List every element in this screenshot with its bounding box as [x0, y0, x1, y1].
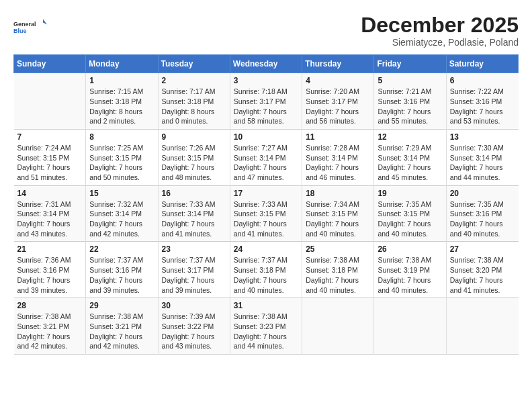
calendar-cell — [302, 298, 374, 355]
week-row-1: 1Sunrise: 7:15 AMSunset: 3:18 PMDaylight… — [14, 73, 519, 130]
column-header-thursday: Thursday — [302, 55, 374, 73]
day-info: Sunrise: 7:33 AMSunset: 3:15 PMDaylight:… — [234, 199, 298, 239]
calendar-cell: 13Sunrise: 7:30 AMSunset: 3:14 PMDayligh… — [446, 129, 518, 185]
day-number: 10 — [234, 132, 298, 142]
calendar-cell — [374, 298, 446, 355]
calendar-cell: 19Sunrise: 7:35 AMSunset: 3:15 PMDayligh… — [374, 185, 446, 242]
day-number: 15 — [89, 189, 154, 198]
calendar-cell: 15Sunrise: 7:32 AMSunset: 3:14 PMDayligh… — [86, 185, 158, 242]
day-info: Sunrise: 7:32 AMSunset: 3:14 PMDaylight:… — [89, 199, 154, 239]
day-number: 17 — [234, 189, 298, 198]
calendar-cell: 21Sunrise: 7:36 AMSunset: 3:16 PMDayligh… — [14, 242, 86, 298]
calendar-cell: 30Sunrise: 7:39 AMSunset: 3:22 PMDayligh… — [158, 298, 230, 355]
day-number: 9 — [162, 132, 226, 142]
day-info: Sunrise: 7:18 AMSunset: 3:17 PMDaylight:… — [234, 87, 298, 126]
column-header-tuesday: Tuesday — [158, 55, 230, 73]
calendar-cell: 29Sunrise: 7:38 AMSunset: 3:21 PMDayligh… — [86, 298, 158, 355]
column-header-sunday: Sunday — [14, 55, 86, 73]
calendar-cell: 25Sunrise: 7:38 AMSunset: 3:18 PMDayligh… — [302, 242, 374, 298]
day-info: Sunrise: 7:27 AMSunset: 3:14 PMDaylight:… — [234, 143, 298, 183]
day-info: Sunrise: 7:38 AMSunset: 3:21 PMDaylight:… — [17, 312, 83, 351]
svg-text:Blue: Blue — [13, 28, 27, 34]
day-info: Sunrise: 7:21 AMSunset: 3:16 PMDaylight:… — [378, 87, 442, 126]
calendar-cell — [446, 298, 518, 355]
day-number: 22 — [89, 244, 154, 254]
day-info: Sunrise: 7:36 AMSunset: 3:16 PMDaylight:… — [17, 255, 83, 295]
day-number: 28 — [17, 301, 83, 310]
day-info: Sunrise: 7:38 AMSunset: 3:21 PMDaylight:… — [89, 312, 154, 351]
day-number: 4 — [306, 76, 370, 85]
day-number: 3 — [234, 76, 298, 85]
day-number: 1 — [89, 76, 154, 85]
calendar-table: SundayMondayTuesdayWednesdayThursdayFrid… — [13, 54, 519, 355]
calendar-cell: 6Sunrise: 7:22 AMSunset: 3:16 PMDaylight… — [446, 73, 518, 130]
day-number: 5 — [378, 76, 442, 85]
svg-marker-2 — [43, 19, 47, 25]
day-number: 26 — [378, 244, 442, 254]
day-number: 23 — [162, 244, 226, 254]
calendar-cell: 26Sunrise: 7:38 AMSunset: 3:19 PMDayligh… — [374, 242, 446, 298]
calendar-cell: 20Sunrise: 7:35 AMSunset: 3:16 PMDayligh… — [446, 185, 518, 242]
day-info: Sunrise: 7:31 AMSunset: 3:14 PMDaylight:… — [17, 199, 83, 239]
day-info: Sunrise: 7:39 AMSunset: 3:22 PMDaylight:… — [162, 312, 226, 351]
calendar-cell: 27Sunrise: 7:38 AMSunset: 3:20 PMDayligh… — [446, 242, 518, 298]
day-number: 31 — [234, 301, 298, 310]
day-info: Sunrise: 7:17 AMSunset: 3:18 PMDaylight:… — [162, 87, 226, 126]
day-info: Sunrise: 7:34 AMSunset: 3:15 PMDaylight:… — [306, 199, 370, 239]
day-info: Sunrise: 7:37 AMSunset: 3:17 PMDaylight:… — [162, 255, 226, 295]
day-number: 19 — [378, 189, 442, 198]
calendar-cell: 14Sunrise: 7:31 AMSunset: 3:14 PMDayligh… — [14, 185, 86, 242]
week-row-4: 21Sunrise: 7:36 AMSunset: 3:16 PMDayligh… — [14, 242, 519, 298]
week-row-3: 14Sunrise: 7:31 AMSunset: 3:14 PMDayligh… — [14, 185, 519, 242]
day-number: 24 — [234, 244, 298, 254]
day-info: Sunrise: 7:22 AMSunset: 3:16 PMDaylight:… — [450, 87, 515, 126]
day-number: 6 — [450, 76, 515, 85]
week-row-2: 7Sunrise: 7:24 AMSunset: 3:15 PMDaylight… — [14, 129, 519, 185]
day-number: 18 — [306, 189, 370, 198]
day-info: Sunrise: 7:38 AMSunset: 3:23 PMDaylight:… — [234, 312, 298, 351]
column-header-wednesday: Wednesday — [230, 55, 302, 73]
day-number: 29 — [89, 301, 154, 310]
column-header-monday: Monday — [86, 55, 158, 73]
day-info: Sunrise: 7:35 AMSunset: 3:15 PMDaylight:… — [378, 199, 442, 239]
day-info: Sunrise: 7:15 AMSunset: 3:18 PMDaylight:… — [89, 87, 154, 126]
title-block: December 2025 Siemiatycze, Podlasie, Pol… — [361, 13, 519, 48]
calendar-cell: 18Sunrise: 7:34 AMSunset: 3:15 PMDayligh… — [302, 185, 374, 242]
svg-text:General: General — [13, 21, 36, 28]
day-number: 14 — [17, 189, 83, 198]
day-number: 21 — [17, 244, 83, 254]
week-row-5: 28Sunrise: 7:38 AMSunset: 3:21 PMDayligh… — [14, 298, 519, 355]
day-info: Sunrise: 7:37 AMSunset: 3:16 PMDaylight:… — [89, 255, 154, 295]
calendar-cell: 23Sunrise: 7:37 AMSunset: 3:17 PMDayligh… — [158, 242, 230, 298]
month-title: December 2025 — [361, 13, 519, 37]
calendar-cell: 3Sunrise: 7:18 AMSunset: 3:17 PMDaylight… — [230, 73, 302, 130]
day-number: 20 — [450, 189, 515, 198]
calendar-cell: 22Sunrise: 7:37 AMSunset: 3:16 PMDayligh… — [86, 242, 158, 298]
calendar-cell: 1Sunrise: 7:15 AMSunset: 3:18 PMDaylight… — [86, 73, 158, 130]
day-info: Sunrise: 7:38 AMSunset: 3:20 PMDaylight:… — [450, 255, 515, 295]
day-info: Sunrise: 7:28 AMSunset: 3:14 PMDaylight:… — [306, 143, 370, 183]
calendar-cell: 31Sunrise: 7:38 AMSunset: 3:23 PMDayligh… — [230, 298, 302, 355]
calendar-cell: 16Sunrise: 7:33 AMSunset: 3:14 PMDayligh… — [158, 185, 230, 242]
day-number: 11 — [306, 132, 370, 142]
day-info: Sunrise: 7:35 AMSunset: 3:16 PMDaylight:… — [450, 199, 515, 239]
column-header-friday: Friday — [374, 55, 446, 73]
day-info: Sunrise: 7:37 AMSunset: 3:18 PMDaylight:… — [234, 255, 298, 295]
day-info: Sunrise: 7:24 AMSunset: 3:15 PMDaylight:… — [17, 143, 83, 183]
calendar-header-row: SundayMondayTuesdayWednesdayThursdayFrid… — [14, 55, 519, 73]
logo: General Blue — [13, 13, 47, 40]
location-subtitle: Siemiatycze, Podlasie, Poland — [361, 37, 519, 48]
day-number: 16 — [162, 189, 226, 198]
day-number: 8 — [89, 132, 154, 142]
day-info: Sunrise: 7:25 AMSunset: 3:15 PMDaylight:… — [89, 143, 154, 183]
calendar-cell: 8Sunrise: 7:25 AMSunset: 3:15 PMDaylight… — [86, 129, 158, 185]
day-info: Sunrise: 7:20 AMSunset: 3:17 PMDaylight:… — [306, 87, 370, 126]
day-number: 30 — [162, 301, 226, 310]
day-number: 13 — [450, 132, 515, 142]
calendar-cell: 5Sunrise: 7:21 AMSunset: 3:16 PMDaylight… — [374, 73, 446, 130]
calendar-cell: 24Sunrise: 7:37 AMSunset: 3:18 PMDayligh… — [230, 242, 302, 298]
calendar-cell — [14, 73, 86, 130]
day-info: Sunrise: 7:38 AMSunset: 3:18 PMDaylight:… — [306, 255, 370, 295]
calendar-cell: 12Sunrise: 7:29 AMSunset: 3:14 PMDayligh… — [374, 129, 446, 185]
day-number: 7 — [17, 132, 83, 142]
